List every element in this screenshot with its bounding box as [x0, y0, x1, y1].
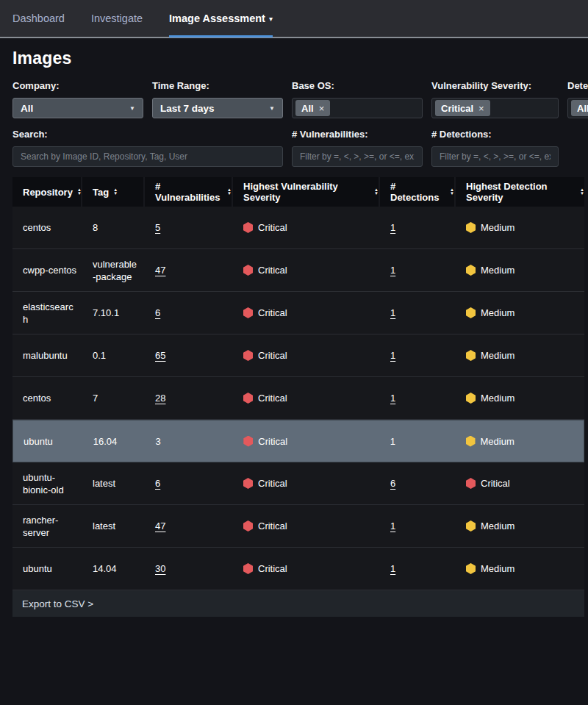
time-range-select[interactable]: Last 7 days ▼ — [152, 98, 283, 118]
detections-count-link[interactable]: 1 — [390, 350, 395, 361]
detection-severity-label: Medium — [481, 350, 514, 361]
num-detections-label: # Detections: — [431, 129, 559, 140]
detection-severity-cell: Medium — [456, 516, 584, 536]
severity-hexagon-icon — [243, 265, 253, 276]
tag-cell: 8 — [82, 217, 145, 238]
detection-severity-cell: Medium — [456, 559, 584, 579]
close-icon[interactable]: × — [478, 103, 484, 114]
chevron-down-icon: ▼ — [129, 105, 135, 112]
severity-hexagon-icon — [243, 393, 253, 404]
detections-count-link[interactable]: 1 — [390, 393, 395, 404]
severity-hexagon-icon — [466, 393, 476, 404]
column-header-repository[interactable]: Repository ▲▼ — [12, 177, 82, 207]
company-select[interactable]: All ▼ — [12, 98, 143, 118]
base-os-tag-input[interactable]: All × — [292, 98, 423, 118]
severity-hexagon-icon — [466, 478, 476, 489]
vulnerabilities-count-link[interactable]: 30 — [155, 563, 165, 574]
num-vulnerabilities-input[interactable] — [292, 146, 423, 167]
vuln-severity-cell: Critical — [233, 218, 380, 237]
severity-hexagon-icon — [243, 222, 253, 233]
column-header-vulnerabilities[interactable]: # Vulnerabilities ▲▼ — [145, 177, 233, 207]
vulnerabilities-count-link[interactable]: 47 — [155, 265, 165, 276]
severity-hexagon-icon — [466, 563, 476, 574]
nav-item-label: Dashboard — [12, 12, 65, 24]
filter-search: Search: — [12, 129, 283, 167]
vulnerabilities-count-link[interactable]: 28 — [155, 393, 165, 404]
vulnerabilities-count-link[interactable]: 47 — [155, 520, 165, 532]
vulnerabilities-count-link[interactable]: 3 — [156, 436, 161, 447]
filter-base-os: Base OS: All × — [292, 80, 423, 118]
column-header-highest-detection-severity[interactable]: Highest Detection Severity ▲▼ — [456, 177, 584, 207]
search-label: Search: — [12, 129, 283, 140]
vulnerabilities-cell: 3 — [146, 432, 234, 451]
vulnerabilities-count-link[interactable]: 6 — [155, 307, 160, 318]
table-row[interactable]: centos 7 28 Critical 1 Medium — [12, 377, 584, 420]
detections-cell: 1 — [380, 516, 456, 536]
vuln-severity-label: Critical — [258, 350, 287, 361]
vuln-severity-tag-input[interactable]: Critical × — [431, 98, 559, 118]
nav-item-investigate[interactable]: Investigate — [91, 0, 143, 37]
table-row[interactable]: ubuntu-bionic-old latest 6 Critical 6 Cr… — [12, 462, 584, 505]
export-to-csv-button[interactable]: Export to CSV > — [12, 590, 584, 617]
table-row[interactable]: cwpp-centos vulnerable-package 47 Critic… — [12, 249, 584, 292]
close-icon[interactable]: × — [319, 103, 325, 114]
nav-item-image-assessment[interactable]: Image Assessment ▾ — [169, 0, 273, 37]
num-vulnerabilities-label: # Vulnerabilities: — [292, 129, 423, 140]
vuln-severity-label: Critical — [258, 393, 287, 404]
repository-cell: ubuntu-bionic-old — [12, 467, 82, 501]
vulnerabilities-cell: 30 — [145, 559, 233, 579]
severity-hexagon-icon — [466, 222, 476, 233]
table-row[interactable]: malubuntu 0.1 65 Critical 1 Medium — [12, 334, 584, 377]
tag-cell: latest — [82, 515, 145, 537]
vulnerabilities-count-link[interactable]: 5 — [155, 222, 160, 233]
detections-count-link[interactable]: 1 — [390, 436, 395, 447]
vulnerabilities-count-link[interactable]: 6 — [155, 478, 160, 489]
column-header-label: Highest Vulnerability Severity — [243, 181, 370, 203]
num-detections-input[interactable] — [431, 146, 559, 167]
detections-count-link[interactable]: 6 — [390, 478, 395, 489]
detections-cell: 1 — [380, 303, 456, 323]
repository-cell: cwpp-centos — [12, 260, 82, 281]
detections-count-link[interactable]: 1 — [390, 520, 395, 532]
detection-severity-label: Medium — [481, 393, 514, 404]
vulnerabilities-cell: 6 — [145, 303, 233, 323]
table-row[interactable]: ubuntu 16.04 3 Critical 1 Medium — [12, 420, 584, 462]
detection-severity-label: Medium — [481, 307, 514, 318]
sort-icon: ▲▼ — [227, 188, 232, 196]
detection-severity-tag-input[interactable]: All × — [567, 98, 588, 118]
base-os-chip-label: All — [301, 103, 314, 114]
detections-cell: 1 — [380, 218, 456, 237]
main-content: Images Company: All ▼ Time Range: Last 7… — [0, 38, 588, 617]
filter-time-range: Time Range: Last 7 days ▼ — [152, 80, 283, 118]
chevron-down-icon: ▼ — [269, 105, 275, 112]
sort-icon: ▲▼ — [450, 188, 454, 196]
vulnerabilities-count-link[interactable]: 65 — [155, 350, 165, 361]
detection-severity-cell: Medium — [456, 346, 584, 365]
severity-hexagon-icon — [243, 478, 253, 489]
column-header-label: Repository — [23, 187, 73, 198]
detection-severity-chip: All × — [571, 100, 588, 116]
detection-severity-cell: Medium — [456, 260, 584, 280]
table-row[interactable]: elasticsearch 7.10.1 6 Critical 1 Medium — [12, 292, 584, 334]
table-row[interactable]: centos 8 5 Critical 1 Medium — [12, 207, 584, 249]
detections-count-link[interactable]: 1 — [390, 222, 395, 233]
tag-cell: 7.10.1 — [82, 302, 145, 323]
detections-count-link[interactable]: 1 — [390, 265, 395, 276]
detections-cell: 1 — [380, 432, 456, 451]
detections-count-link[interactable]: 1 — [390, 563, 395, 574]
filter-num-detections: # Detections: — [431, 129, 559, 167]
base-os-chip: All × — [295, 100, 330, 116]
table-row[interactable]: ubuntu 14.04 30 Critical 1 Medium — [12, 548, 584, 590]
detections-count-link[interactable]: 1 — [390, 307, 395, 318]
detections-cell: 1 — [380, 260, 456, 280]
table-row[interactable]: rancher-server latest 47 Critical 1 Medi… — [12, 505, 584, 548]
column-header-tag[interactable]: Tag ▲▼ — [82, 177, 145, 207]
severity-hexagon-icon — [466, 520, 476, 532]
column-header-highest-vuln-severity[interactable]: Highest Vulnerability Severity ▲▼ — [233, 177, 380, 207]
nav-item-dashboard[interactable]: Dashboard — [12, 0, 65, 37]
search-input[interactable] — [12, 146, 283, 167]
column-header-detections[interactable]: # Detections ▲▼ — [380, 177, 456, 207]
detection-severity-label: Detection Severity: — [567, 80, 588, 91]
export-to-csv-label: Export to CSV > — [22, 598, 93, 609]
table-header: Repository ▲▼ Tag ▲▼ # Vulnerabilities ▲… — [12, 177, 584, 207]
